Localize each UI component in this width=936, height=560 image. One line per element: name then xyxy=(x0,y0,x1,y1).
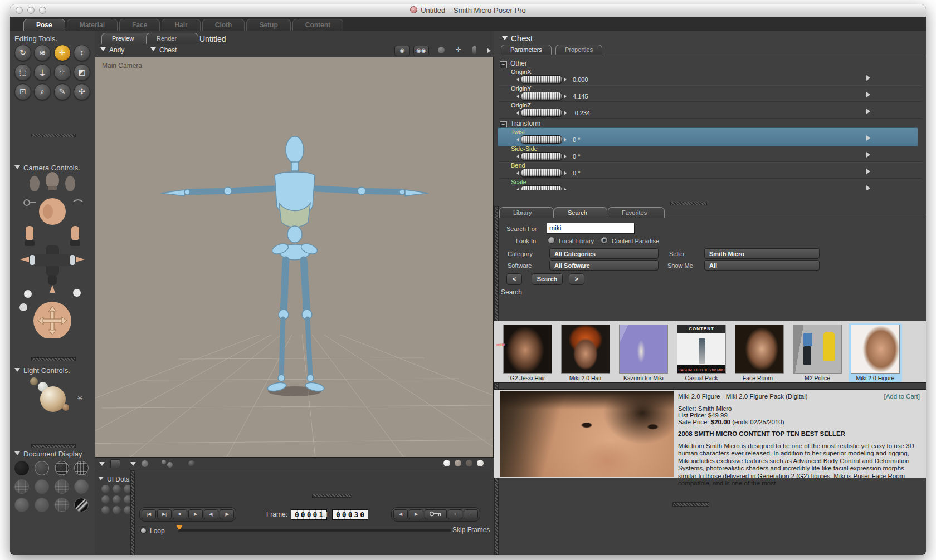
chain-break-tool-button[interactable]: ⊡ xyxy=(14,83,31,100)
taper-tool-button[interactable]: ⍊ xyxy=(34,64,51,81)
param-label[interactable]: OriginZ xyxy=(511,102,531,109)
show-me-dropdown[interactable]: All xyxy=(704,260,820,271)
param-dial-twist[interactable]: 0 ° xyxy=(516,135,581,144)
display-silhouette-button[interactable] xyxy=(14,461,29,475)
last-frame-button[interactable]: ▶| xyxy=(157,509,172,519)
param-menu-arrow-icon[interactable] xyxy=(866,75,870,81)
light-indicator[interactable] xyxy=(30,377,38,385)
camera-dot-2[interactable] xyxy=(455,460,461,466)
result-kazumi-for-miki[interactable]: Kazumi for Miki xyxy=(617,323,670,382)
param-dial-sideside[interactable]: 0 ° xyxy=(516,152,581,160)
tab-pose[interactable]: Pose xyxy=(23,19,65,31)
ui-dot[interactable] xyxy=(101,506,110,514)
sun-icon[interactable]: ✳ xyxy=(77,394,83,402)
collapse-triangle-icon[interactable] xyxy=(14,451,20,455)
figure-menu[interactable]: Andy xyxy=(100,46,124,54)
content-paradise-label[interactable]: Content Paradise xyxy=(612,238,659,244)
result-miki-20-figure[interactable]: miki Miki 2.0 Figure xyxy=(849,323,902,382)
key-icon[interactable] xyxy=(425,509,447,519)
rotate-tool-button[interactable]: ↻ xyxy=(14,45,31,61)
pane-icon[interactable] xyxy=(110,459,120,468)
grouping-tool-button[interactable]: ✎ xyxy=(54,83,71,100)
display-flat-shaded-button[interactable] xyxy=(35,479,49,494)
add-key-button[interactable]: + xyxy=(448,509,462,519)
param-dial-scale[interactable] xyxy=(516,185,573,190)
result-g2-jessi-hair[interactable]: G2 Jessi Hair xyxy=(501,323,554,382)
tab-library[interactable]: Library xyxy=(499,207,554,218)
camera-view-icon[interactable]: ◉ xyxy=(394,46,410,56)
content-paradise-radio[interactable] xyxy=(601,237,608,244)
collapse-triangle-icon[interactable] xyxy=(14,165,20,169)
tab-render[interactable]: Render xyxy=(146,33,198,44)
param-menu-arrow-icon[interactable] xyxy=(866,185,870,190)
ui-dot[interactable] xyxy=(101,485,110,493)
param-dial-originz[interactable]: -0.234 xyxy=(516,109,590,117)
panel-divider[interactable] xyxy=(31,134,76,137)
local-library-label[interactable]: Local Library xyxy=(559,238,594,244)
search-button[interactable]: Search xyxy=(532,273,563,285)
param-menu-arrow-icon[interactable] xyxy=(866,135,870,141)
param-label[interactable]: Scale xyxy=(511,179,526,185)
delete-key-button[interactable]: − xyxy=(464,509,478,519)
tab-content[interactable]: Content xyxy=(292,19,343,31)
ball-icon[interactable] xyxy=(142,460,148,467)
ui-dot[interactable] xyxy=(113,485,121,493)
result-m2-police[interactable]: M2 Police xyxy=(791,323,844,382)
direct-manipulation-tool-button[interactable]: ✣ xyxy=(74,83,90,100)
param-menu-arrow-icon[interactable] xyxy=(866,169,870,174)
ui-dot[interactable] xyxy=(113,495,121,504)
panel-expand-arrow-icon[interactable] xyxy=(487,48,491,53)
display-hidden-line-button[interactable] xyxy=(74,461,89,475)
tab-face[interactable]: Face xyxy=(119,19,160,31)
group-other[interactable]: −Other xyxy=(500,60,527,68)
local-library-radio[interactable] xyxy=(548,237,555,244)
loop-toggle[interactable]: Loop xyxy=(140,527,165,535)
tab-parameters[interactable]: Parameters xyxy=(501,45,552,55)
param-label[interactable]: OriginY xyxy=(511,85,532,92)
timeline-track[interactable] xyxy=(178,529,451,532)
result-miki-20-hair[interactable]: Miki 2.0 Hair xyxy=(559,323,612,382)
title-bar[interactable]: Untitled – Smith Micro Poser Pro xyxy=(10,4,926,17)
param-label[interactable]: Bend xyxy=(511,162,525,169)
camera-dot-1[interactable] xyxy=(443,460,450,466)
sphere-icon[interactable] xyxy=(438,47,445,53)
drag-handle[interactable] xyxy=(312,494,352,498)
display-cartoon-button[interactable] xyxy=(74,479,89,494)
drag-handle[interactable] xyxy=(672,502,709,507)
display-texture-shaded-button[interactable] xyxy=(55,498,69,512)
dropdown-triangle-icon[interactable] xyxy=(130,462,136,466)
color-tool-button[interactable]: ◩ xyxy=(74,64,90,81)
param-dial-originy[interactable]: 4.145 xyxy=(516,92,588,100)
crosshair-icon[interactable]: ✛ xyxy=(456,46,461,53)
collapse-triangle-icon[interactable] xyxy=(14,368,20,372)
scale-tool-button[interactable]: ⬚ xyxy=(14,64,31,81)
view-magnifier-tool-button[interactable]: ⌕ xyxy=(34,83,51,100)
display-wireframe-button[interactable] xyxy=(55,461,69,475)
actor-menu[interactable]: Chest xyxy=(150,46,177,54)
param-label[interactable]: OriginX xyxy=(511,68,532,75)
camera-controls[interactable] xyxy=(16,171,89,338)
camera-dot-3[interactable] xyxy=(466,460,472,466)
tab-search[interactable]: Search xyxy=(554,207,607,218)
viewport[interactable]: Main Camera xyxy=(95,57,494,458)
tab-favorites[interactable]: Favorites xyxy=(608,207,665,218)
panel-divider[interactable] xyxy=(31,444,76,448)
panel-divider[interactable] xyxy=(670,202,707,205)
light-indicator[interactable] xyxy=(62,404,69,411)
param-dial-originx[interactable]: 0.000 xyxy=(516,75,588,83)
display-texture-button[interactable] xyxy=(74,498,89,512)
ui-dot[interactable] xyxy=(113,506,121,514)
seller-dropdown[interactable]: Smith Micro xyxy=(704,248,820,259)
next-key-button[interactable]: ▶ xyxy=(409,509,423,519)
loop-indicator-icon[interactable] xyxy=(140,528,147,534)
result-casual-pack[interactable]: CONTENT CASUAL CLOTHES for MIKI Casual P… xyxy=(675,323,728,382)
display-lit-wireframe-button[interactable] xyxy=(14,479,29,494)
tab-properties[interactable]: Properties xyxy=(555,45,602,55)
step-back-button[interactable]: ◀| xyxy=(204,509,218,519)
param-menu-arrow-icon[interactable] xyxy=(866,92,870,97)
param-dial-bend[interactable]: 0 ° xyxy=(516,169,581,177)
category-dropdown[interactable]: All Categories xyxy=(549,248,659,259)
result-face-room[interactable]: Face Room - xyxy=(733,323,786,382)
camera-name-label[interactable]: Main Camera xyxy=(102,62,142,70)
add-to-cart-link[interactable]: [Add to Cart] xyxy=(884,393,920,400)
